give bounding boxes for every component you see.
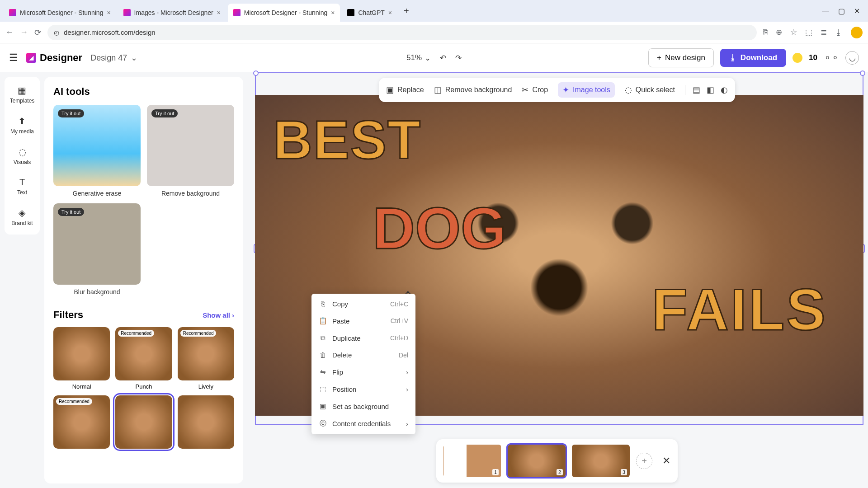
redo-icon[interactable]: ↷ <box>455 53 462 63</box>
design-name-dropdown[interactable]: Design 47 ⌄ <box>90 53 137 63</box>
forward-icon[interactable]: → <box>20 28 28 37</box>
page-thumb-1[interactable]: 1 <box>443 445 501 477</box>
page-thumb-3[interactable]: 3 <box>572 445 630 477</box>
rail-label: Visuals <box>14 159 31 165</box>
canvas-area[interactable]: ▣Replace ◫Remove background ✂Crop ✦Image… <box>246 72 868 488</box>
filter-punch[interactable]: RecommendedPunch <box>115 327 172 390</box>
ctx-flip[interactable]: ⇋Flip› <box>311 363 415 380</box>
show-all-link[interactable]: Show all› <box>203 311 234 319</box>
replace-button[interactable]: ▣Replace <box>386 85 424 95</box>
favicon-icon <box>123 9 131 16</box>
tab-title: Images - Microsoft Designer <box>134 9 213 16</box>
text-dog[interactable]: DOG <box>373 194 506 262</box>
reload-icon[interactable]: ⟳ <box>34 28 41 38</box>
overlap-icon[interactable]: ◧ <box>707 85 714 95</box>
page-thumb-2[interactable]: 2 <box>508 445 566 477</box>
new-tab-button[interactable]: + <box>399 6 414 16</box>
add-page-button[interactable]: + <box>636 453 652 469</box>
url-input[interactable]: ◴ designer.microsoft.com/design <box>47 25 757 40</box>
zoom-icon[interactable]: ⊕ <box>776 28 782 37</box>
contrast-icon[interactable]: ◐ <box>721 85 728 95</box>
filter-label: Normal <box>53 383 110 390</box>
tool-generative-erase[interactable]: Try it out Generative erase <box>53 105 141 197</box>
browser-tab[interactable]: Images - Microsoft Designer× <box>118 4 226 22</box>
designer-logo[interactable]: ◢ Designer <box>26 52 82 64</box>
extension-icon[interactable]: ⬚ <box>805 28 812 37</box>
image-tools-button[interactable]: ✦Image tools <box>558 82 615 98</box>
rail-my-media[interactable]: ⬆My media <box>10 113 34 137</box>
page-number: 2 <box>557 469 563 475</box>
filter-option[interactable]: Recommended <box>53 395 110 449</box>
erase-icon: ◫ <box>434 85 442 95</box>
ctx-duplicate[interactable]: ⧉DuplicateCtrl+D <box>311 329 415 347</box>
browser-tab[interactable]: Microsoft Designer - Stunning× <box>4 4 116 22</box>
account-button[interactable]: ◡ <box>845 51 859 65</box>
menu-icon[interactable]: ☰ <box>9 52 18 64</box>
browser-tab-active[interactable]: Microsoft Designer - Stunning× <box>228 4 340 22</box>
remove-background-button[interactable]: ◫Remove background <box>434 85 512 95</box>
filter-normal[interactable]: Normal <box>53 327 110 390</box>
credits-count[interactable]: 10 <box>809 53 817 62</box>
rail-label: Templates <box>10 98 35 104</box>
close-icon[interactable]: ✕ <box>662 455 670 467</box>
browser-tab[interactable]: ChatGPT× <box>342 4 397 22</box>
background-icon: ▣ <box>319 402 327 410</box>
ctx-content-credentials[interactable]: ⓒContent credentials› <box>311 415 415 432</box>
quick-select-button[interactable]: ◌Quick select <box>625 85 675 95</box>
close-icon[interactable]: × <box>217 9 221 16</box>
text-best[interactable]: BEST <box>273 108 421 171</box>
window-close-icon[interactable]: ✕ <box>854 7 860 15</box>
rail-visuals[interactable]: ◌Visuals <box>14 144 31 168</box>
rail-templates[interactable]: ▦Templates <box>10 82 35 107</box>
ctx-label: Delete <box>332 351 352 359</box>
ctx-set-background[interactable]: ▣Set as background <box>311 398 415 415</box>
close-icon[interactable]: × <box>388 9 392 16</box>
back-icon[interactable]: ← <box>5 28 14 37</box>
ctx-label: Flip <box>332 368 343 376</box>
ctx-shortcut: Ctrl+D <box>390 334 408 342</box>
ctx-position[interactable]: ⬚Position› <box>311 380 415 398</box>
minimize-icon[interactable]: — <box>822 7 829 15</box>
context-menu: ⎘CopyCtrl+C 📋PasteCtrl+V ⧉DuplicateCtrl+… <box>311 294 415 434</box>
address-bar: ← → ⟳ ◴ designer.microsoft.com/design ⎘ … <box>0 22 868 43</box>
ctx-copy[interactable]: ⎘CopyCtrl+C <box>311 296 415 312</box>
filter-label: Lively <box>178 383 234 390</box>
download-icon[interactable]: ⭳ <box>835 28 843 37</box>
filter-lively[interactable]: RecommendedLively <box>178 327 234 390</box>
reading-list-icon[interactable]: ≣ <box>821 28 827 37</box>
text-fails[interactable]: FAILS <box>652 276 827 343</box>
ctx-label: Duplicate <box>332 334 361 342</box>
chevron-right-icon: › <box>406 385 408 393</box>
brand-name: Designer <box>40 52 82 64</box>
chevron-right-icon: › <box>406 368 408 376</box>
ctx-paste[interactable]: 📋PasteCtrl+V <box>311 312 415 329</box>
undo-icon[interactable]: ↶ <box>440 53 446 63</box>
rail-brand-kit[interactable]: ◈Brand kit <box>11 205 33 229</box>
rail-text[interactable]: TText <box>17 174 27 198</box>
filter-option[interactable] <box>178 395 234 449</box>
design-name-text: Design 47 <box>90 53 127 63</box>
resize-handle[interactable] <box>253 70 259 76</box>
tool-remove-background[interactable]: Try it out Remove background <box>147 105 234 197</box>
maximize-icon[interactable]: ▢ <box>838 7 845 15</box>
site-info-icon[interactable]: ◴ <box>54 29 59 36</box>
install-icon[interactable]: ⎘ <box>763 28 768 37</box>
share-icon[interactable]: ⚬⚬ <box>824 52 839 63</box>
new-design-button[interactable]: + New design <box>648 48 714 67</box>
tool-blur-background[interactable]: Try it out Blur background <box>53 203 141 296</box>
zoom-dropdown[interactable]: 51% ⌄ <box>406 53 431 63</box>
crop-button[interactable]: ✂Crop <box>522 85 548 95</box>
close-icon[interactable]: × <box>107 9 110 16</box>
filter-option-selected[interactable] <box>115 395 172 449</box>
filter-label: Punch <box>115 383 172 390</box>
bookmark-icon[interactable]: ☆ <box>790 28 797 37</box>
ctx-label: Paste <box>332 317 349 325</box>
filters-heading: Filters <box>53 309 83 321</box>
ctx-delete[interactable]: 🗑DeleteDel <box>311 347 415 363</box>
close-icon[interactable]: × <box>331 9 335 16</box>
layers-icon[interactable]: ▤ <box>693 85 700 95</box>
recommended-pill: Recommended <box>180 330 217 337</box>
resize-handle[interactable] <box>860 70 865 76</box>
download-button[interactable]: ⭳ Download <box>720 49 786 67</box>
profile-avatar[interactable] <box>851 27 863 38</box>
